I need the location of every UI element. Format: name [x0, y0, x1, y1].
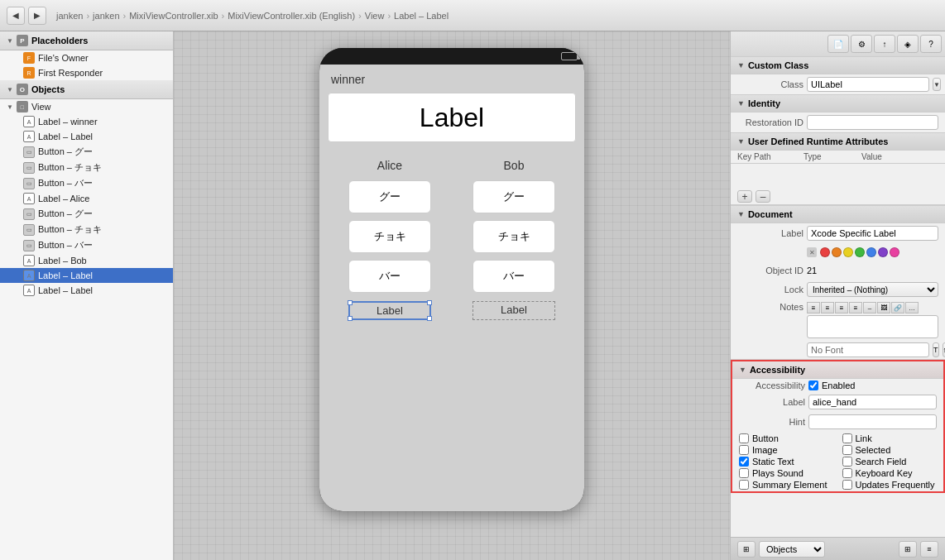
trait-keyboard-key-checkbox[interactable] [842, 468, 852, 478]
sidebar-item-button-par1[interactable]: ▭ Button – バー [0, 175, 173, 191]
notes-extra[interactable]: … [905, 302, 919, 314]
sidebar-item-button-par2[interactable]: ▭ Button – バー [0, 237, 173, 253]
breadcrumb-item-5[interactable]: View [365, 11, 385, 21]
notes-link[interactable]: 🔗 [891, 302, 904, 314]
accessibility-hint-input[interactable] [808, 414, 937, 429]
sidebar-item-files-owner[interactable]: F File's Owner [0, 50, 173, 65]
accessibility-label-input[interactable] [808, 395, 937, 409]
bob-btn-guu[interactable]: グー [472, 180, 555, 213]
doc-label-color-row: ✕ [731, 243, 945, 261]
trait-selected-checkbox[interactable] [842, 445, 852, 455]
trait-summary-element-checkbox[interactable] [739, 480, 749, 490]
custom-class-header[interactable]: ▼ Custom Class [731, 57, 945, 74]
objects-icon: O [17, 84, 28, 95]
class-input[interactable] [807, 77, 929, 92]
add-attribute-btn[interactable]: + [737, 190, 752, 203]
tab-btn-2[interactable]: ⚙ [851, 35, 872, 53]
trait-link-checkbox[interactable] [842, 433, 852, 443]
color-yellow[interactable] [843, 247, 853, 257]
tab-btn-5[interactable]: ? [920, 35, 942, 53]
result-label: Label [328, 93, 576, 142]
doc-font-row: No Font T ↑ [731, 341, 945, 359]
color-pink[interactable] [890, 247, 899, 257]
view-list-btn[interactable]: ≡ [920, 541, 938, 558]
notes-img[interactable]: 🖼 [877, 302, 890, 314]
breadcrumb-item-1[interactable]: janken [56, 11, 83, 21]
trait-plays-sound-checkbox[interactable] [739, 468, 749, 478]
bob-btn-choki[interactable]: チョキ [472, 220, 555, 253]
sidebar-item-label-bob[interactable]: A Label – Bob [0, 253, 173, 268]
notes-align-justify[interactable]: ≡ [849, 302, 862, 314]
accessibility-enabled-checkbox[interactable] [808, 381, 818, 390]
battery-icon [561, 52, 578, 60]
color-orange[interactable] [832, 247, 842, 257]
alice-btn-par[interactable]: バー [348, 260, 431, 293]
trait-search-field-checkbox[interactable] [842, 457, 852, 467]
handle-bl [348, 316, 353, 321]
handle-tl [348, 300, 353, 305]
sidebar-item-label-label1[interactable]: A Label – Label [0, 129, 173, 144]
identity-header[interactable]: ▼ Identity [731, 95, 945, 112]
placeholders-icon: P [17, 35, 28, 46]
notes-align-left[interactable]: ≡ [807, 302, 820, 314]
toolbar-back-btn[interactable]: ◀ [7, 7, 25, 25]
doc-font-picker-btn2[interactable]: ↑ [943, 342, 946, 357]
alice-btn-guu[interactable]: グー [348, 180, 431, 213]
doc-font-picker-btn1[interactable]: T [933, 342, 939, 357]
sidebar-item-view[interactable]: ▼ □ View [0, 99, 173, 114]
breadcrumb-item-2[interactable]: janken [93, 11, 119, 21]
color-blue[interactable] [866, 247, 876, 257]
trait-link: Link [842, 433, 938, 443]
accessibility-header[interactable]: ▼ Accessibility [732, 361, 943, 379]
doc-lock-row: Lock Inherited – (Nothing) [731, 280, 945, 299]
objects-select[interactable]: Objects [759, 541, 825, 558]
color-green[interactable] [855, 247, 865, 257]
sidebar-item-label-label-last[interactable]: A Label – Label [0, 283, 173, 298]
sidebar-item-label-alice[interactable]: A Label – Alice [0, 191, 173, 206]
class-dropdown-btn[interactable]: ▼ [933, 78, 941, 91]
sidebar-item-label-label-selected[interactable]: A Label – Label [0, 268, 173, 283]
accessibility-enabled-row: Accessibility Enabled [732, 379, 943, 392]
tab-btn-3[interactable]: ↑ [874, 35, 895, 53]
toolbar-forward-btn[interactable]: ▶ [28, 7, 46, 25]
trait-updates-frequently: Updates Frequently [842, 480, 938, 490]
restoration-id-input[interactable] [807, 115, 938, 130]
trait-static-text-checkbox[interactable] [739, 457, 749, 467]
sidebar-item-button-choki2[interactable]: ▭ Button – チョキ [0, 222, 173, 237]
notes-align-right[interactable]: ≡ [835, 302, 848, 314]
objects-bottom-btn[interactable]: ⊞ [737, 541, 756, 558]
sidebar-item-button-guu2[interactable]: ▭ Button – グー [0, 206, 173, 222]
right-hand-label[interactable]: Label [472, 301, 555, 320]
color-purple[interactable] [878, 247, 888, 257]
notes-align-center[interactable]: ≡ [821, 302, 834, 314]
doc-color-x-btn[interactable]: ✕ [807, 247, 817, 257]
trait-updates-frequently-checkbox[interactable] [842, 480, 852, 490]
document-header[interactable]: ▼ Document [731, 206, 945, 223]
notes-bold-dash[interactable]: – [863, 302, 876, 314]
doc-lock-select[interactable]: Inherited – (Nothing) [807, 282, 938, 297]
breadcrumb-item-3[interactable]: MixiViewController.xib [129, 11, 218, 21]
bob-btn-par[interactable]: バー [472, 260, 555, 293]
color-red[interactable] [820, 247, 830, 257]
doc-label-input[interactable] [807, 226, 938, 241]
alice-btn-choki[interactable]: チョキ [348, 220, 431, 253]
tab-btn-1[interactable]: 📄 [827, 35, 849, 53]
doc-notes-textarea[interactable] [807, 315, 938, 338]
left-hand-label[interactable]: Label [348, 301, 431, 320]
sidebar-item-first-responder[interactable]: R First Responder [0, 65, 173, 80]
accessibility-hint-label: Hint [739, 417, 805, 427]
sidebar-item-button-guu1[interactable]: ▭ Button – グー [0, 144, 173, 160]
class-label: Class [737, 79, 803, 89]
sidebar-item-button-choki1[interactable]: ▭ Button – チョキ [0, 160, 173, 175]
user-defined-header[interactable]: ▼ User Defined Runtime Attributes [731, 133, 945, 151]
trait-image-checkbox[interactable] [739, 445, 749, 455]
remove-attribute-btn[interactable]: – [756, 190, 770, 203]
view-grid-btn[interactable]: ⊞ [899, 541, 917, 558]
buttons-grid: グー グー チョキ チョキ バー バー [328, 180, 576, 293]
tab-btn-4[interactable]: ◈ [897, 35, 919, 53]
breadcrumb-item-4[interactable]: MixiViewController.xib (English) [228, 11, 355, 21]
sidebar-item-label-winner[interactable]: A Label – winner [0, 114, 173, 129]
doc-font-input[interactable]: No Font [807, 342, 929, 357]
trait-button-checkbox[interactable] [739, 433, 749, 443]
breadcrumb-item-6[interactable]: Label – Label [394, 11, 449, 21]
